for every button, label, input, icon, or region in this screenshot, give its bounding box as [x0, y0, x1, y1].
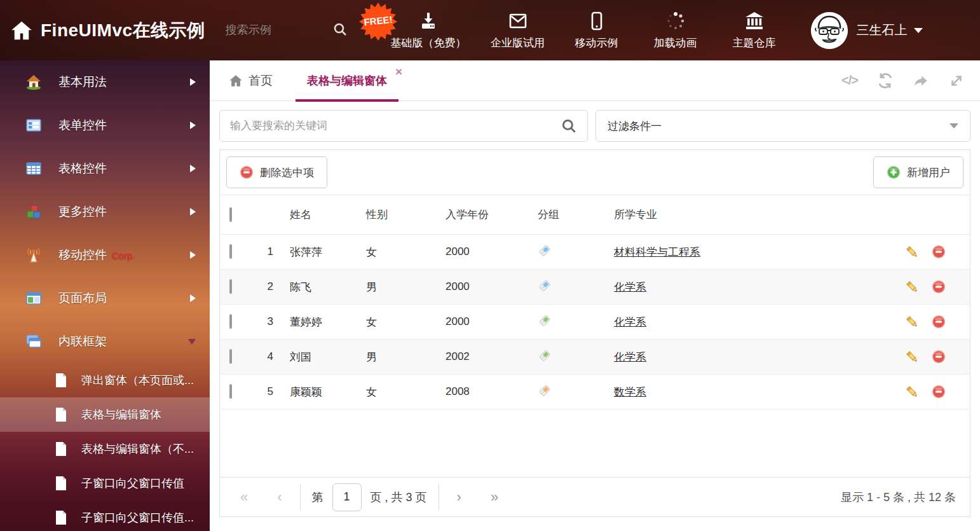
sidebar-item-mobile-controls[interactable]: 移动控件Corp.	[0, 233, 210, 277]
last-page-button[interactable]: »	[484, 489, 505, 506]
col-header-year[interactable]: 入学年份	[433, 207, 525, 222]
nav-item-theme-repo[interactable]: 主题仓库	[727, 11, 782, 50]
download-icon	[418, 11, 439, 31]
home-tab-icon	[229, 74, 243, 88]
sidebar-item-label: 内联框架	[58, 333, 188, 350]
home-logo-icon	[10, 19, 33, 42]
sidebar-subitem-child-to-parent-2[interactable]: 子窗口向父窗口传值...	[0, 500, 210, 531]
logo[interactable]: FineUIMvc在线示例	[10, 18, 205, 43]
tab-close-icon[interactable]: ×	[395, 66, 402, 78]
app-header: FineUIMvc在线示例 FREE! 基础版（免费）	[0, 0, 980, 60]
user-caret-icon	[914, 28, 923, 33]
nav-item-mobile-demo[interactable]: 移动示例	[569, 11, 624, 50]
nav-item-loading-anim[interactable]: 加载动画	[648, 11, 703, 50]
cell-gender: 男	[353, 280, 433, 294]
nav-item-basic-free[interactable]: FREE! 基础版（免费）	[391, 11, 466, 50]
tab-home[interactable]: 首页	[229, 72, 273, 89]
sidebar-item-label: 移动控件Corp.	[58, 247, 190, 263]
major-link[interactable]: 材料科学与工程系	[614, 246, 700, 258]
cell-gender: 男	[353, 350, 433, 364]
delete-selected-button[interactable]: 删除选中项	[226, 156, 327, 188]
layout-icon	[25, 290, 42, 307]
edit-pencil-icon[interactable]	[905, 315, 919, 329]
user-menu[interactable]: 三生石上	[811, 12, 923, 49]
cell-name: 陈飞	[277, 280, 353, 294]
fullscreen-icon[interactable]	[948, 72, 965, 89]
antenna-icon	[25, 247, 42, 263]
file-icon	[55, 476, 67, 491]
keyword-input[interactable]	[230, 120, 561, 132]
add-user-button[interactable]: 新增用户	[873, 156, 963, 188]
edit-pencil-icon[interactable]	[905, 245, 919, 259]
delete-row-icon[interactable]	[932, 280, 946, 294]
chevron-right-icon	[190, 121, 196, 129]
sidebar-subitem-child-to-parent[interactable]: 子窗口向父窗口传值	[0, 466, 210, 500]
delete-row-icon[interactable]	[932, 315, 946, 329]
sidebar-item-form-controls[interactable]: 表单控件	[0, 104, 210, 147]
envelope-icon	[507, 11, 529, 31]
nav-item-enterprise-trial[interactable]: 企业版试用	[491, 11, 545, 50]
sidebar-subitem-popup-window[interactable]: 弹出窗体（本页面或...	[0, 363, 210, 397]
nav-label: 移动示例	[575, 36, 618, 50]
major-link[interactable]: 化学系	[614, 316, 646, 328]
record-summary: 显示 1 - 5 条 , 共 12 条	[841, 490, 956, 505]
file-icon	[55, 373, 67, 388]
share-icon[interactable]	[913, 72, 929, 89]
prev-page-button[interactable]: ‹	[271, 489, 288, 506]
next-page-button[interactable]: ›	[451, 489, 468, 506]
col-header-major[interactable]: 所学专业	[601, 207, 887, 222]
dropdown-caret-icon	[949, 123, 958, 128]
select-all-checkbox[interactable]	[229, 207, 232, 222]
filter-row: 过滤条件一	[219, 110, 970, 142]
col-header-gender[interactable]: 性别	[353, 207, 433, 222]
col-header-name[interactable]: 姓名	[277, 207, 353, 222]
sidebar-item-more-controls[interactable]: 更多控件	[0, 190, 210, 233]
row-checkbox[interactable]	[229, 279, 232, 294]
sidebar-subitem-label: 表格与编辑窗体	[81, 407, 161, 422]
header-search-input[interactable]	[226, 24, 321, 37]
filter-dropdown[interactable]: 过滤条件一	[595, 110, 970, 142]
header-nav: FREE! 基础版（免费） 企业版试用 移动示例	[391, 11, 782, 50]
first-page-button[interactable]: «	[234, 489, 254, 506]
grid-header-row: 姓名 性别 入学年份 分组 所学专业	[220, 195, 970, 235]
tag-icon	[538, 383, 552, 397]
page-suffix: 页 , 共 3 页	[371, 490, 427, 505]
delete-row-icon[interactable]	[932, 385, 946, 399]
row-checkbox[interactable]	[229, 314, 232, 329]
sidebar-item-grid-controls[interactable]: 表格控件	[0, 147, 210, 190]
sidebar-subitem-label: 子窗口向父窗口传值...	[81, 510, 194, 525]
table-row: 1 张萍萍 女 2000 材料科学与工程系	[220, 235, 970, 270]
chevron-down-icon	[188, 339, 196, 345]
page-number-input[interactable]	[332, 483, 362, 511]
edit-pencil-icon[interactable]	[905, 385, 919, 399]
row-index: 2	[252, 280, 277, 293]
view-source-icon[interactable]: </>	[841, 73, 858, 88]
major-link[interactable]: 数学系	[614, 386, 646, 398]
pagination-bar: « ‹ 第 页 , 共 3 页 › » 显示 1 - 5 条 , 共 12 条	[220, 477, 970, 516]
delete-row-icon[interactable]	[932, 245, 946, 259]
row-checkbox[interactable]	[229, 384, 232, 399]
chevron-right-icon	[190, 78, 196, 86]
sidebar-item-page-layout[interactable]: 页面布局	[0, 277, 210, 320]
search-icon[interactable]	[332, 22, 348, 39]
major-link[interactable]: 化学系	[614, 351, 646, 363]
tab-grid-edit-window[interactable]: 表格与编辑窗体 ×	[296, 60, 398, 101]
sidebar-item-basic-usage[interactable]: 基本用法	[0, 60, 210, 104]
avatar[interactable]	[811, 12, 848, 49]
grid-empty-space	[220, 410, 970, 477]
sidebar-subitem-grid-edit-window-2[interactable]: 表格与编辑窗体（不...	[0, 432, 210, 466]
edit-pencil-icon[interactable]	[905, 350, 919, 364]
sidebar-subitem-grid-edit-window[interactable]: 表格与编辑窗体	[0, 397, 210, 432]
nav-label: 主题仓库	[733, 36, 776, 50]
sidebar-item-iframe[interactable]: 内联框架	[0, 320, 210, 363]
keyword-search-icon[interactable]	[561, 118, 577, 134]
col-header-group[interactable]: 分组	[525, 207, 601, 222]
spinner-icon	[665, 11, 686, 31]
refresh-icon[interactable]	[877, 72, 894, 89]
edit-pencil-icon[interactable]	[905, 280, 919, 294]
grid-panel: 删除选中项 新增用户 姓名 性别 入学年份 分组 所学专业	[219, 149, 970, 517]
row-checkbox[interactable]	[229, 349, 232, 364]
row-checkbox[interactable]	[229, 244, 232, 259]
delete-row-icon[interactable]	[932, 350, 946, 364]
major-link[interactable]: 化学系	[614, 281, 646, 293]
